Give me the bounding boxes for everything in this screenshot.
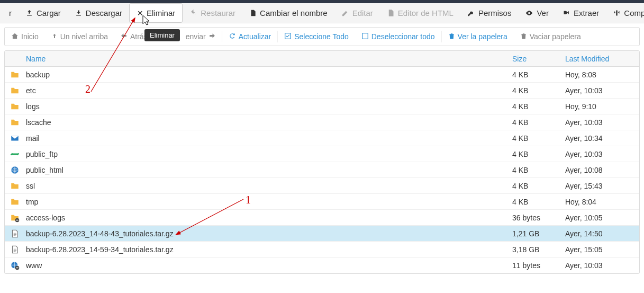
home-button[interactable]: Inicio — [5, 28, 45, 46]
file-table: Name Size Last Modified backup4 KBHoy, 8… — [4, 50, 640, 274]
download-icon — [75, 9, 83, 17]
tooltip: Eliminar — [144, 29, 180, 41]
select-all-button[interactable]: Seleccione Todo — [278, 28, 355, 46]
row-size: 4 KB — [512, 86, 565, 95]
row-size: 4 KB — [512, 134, 565, 143]
table-row[interactable]: public_ftp4 KBAyer, 10:03 — [5, 146, 639, 162]
row-icon-file — [5, 229, 25, 238]
table-row[interactable]: mail4 KBAyer, 10:34 — [5, 130, 639, 146]
row-name: lscache — [25, 118, 512, 127]
row-icon-globe — [5, 165, 25, 175]
row-modified: Ayer, 15:05 — [565, 245, 639, 254]
row-name: backup — [25, 70, 512, 79]
view-label: Ver — [537, 8, 549, 17]
table-row[interactable]: tmp4 KBHoy, 8:04 — [5, 194, 639, 210]
table-row[interactable]: www11 bytesAyer, 10:03 — [5, 258, 639, 273]
permissions-button[interactable]: Permisos — [460, 3, 519, 23]
col-name-header[interactable]: Name — [25, 55, 512, 63]
row-icon-folder — [5, 70, 25, 79]
edit-button: Editar — [334, 3, 380, 23]
table-row[interactable]: ssl4 KBAyer, 15:43 — [5, 178, 639, 194]
table-body: backup4 KBHoy, 8:08etc4 KBAyer, 10:03log… — [5, 67, 639, 273]
up-arrow-icon — [51, 32, 58, 41]
row-modified: Ayer, 10:08 — [565, 166, 639, 174]
eye-icon — [525, 9, 533, 17]
row-name: etc — [25, 86, 512, 95]
table-row[interactable]: backup-6.28.2023_14-48-43_tutoriales.tar… — [5, 226, 639, 242]
trash-icon — [448, 32, 455, 41]
upload-rest-button[interactable]: r — [2, 3, 19, 23]
deselect-all-label: Deseleccionar todo — [371, 32, 435, 41]
row-size: 36 bytes — [512, 214, 565, 222]
row-icon-folder — [5, 181, 25, 191]
row-icon-mail — [5, 134, 25, 143]
row-modified: Ayer, 10:03 — [565, 86, 639, 95]
check-square-icon — [284, 32, 292, 41]
table-row[interactable]: public_html4 KBAyer, 10:08 — [5, 162, 639, 178]
select-all-label: Seleccione Todo — [294, 32, 348, 41]
compress-icon — [613, 9, 621, 17]
table-header: Name Size Last Modified — [5, 51, 639, 67]
rename-button[interactable]: Cambiar el nombre — [242, 3, 334, 23]
row-modified: Ayer, 10:03 — [565, 261, 639, 270]
view-trash-button[interactable]: Ver la papelera — [442, 28, 514, 46]
table-row[interactable]: logs4 KBHoy, 9:10 — [5, 99, 639, 114]
empty-trash-button[interactable]: Vaciar papelera — [514, 28, 587, 46]
row-modified: Hoy, 9:10 — [565, 102, 639, 111]
back-arrow-icon — [121, 32, 128, 41]
row-name: logs — [25, 102, 512, 111]
main-toolbar: r Cargar Descargar Eliminar Restaurar Ca… — [0, 3, 644, 23]
delete-button[interactable]: Eliminar — [129, 3, 183, 23]
file-icon — [249, 9, 257, 17]
row-size: 4 KB — [512, 198, 565, 206]
col-modified-header[interactable]: Last Modified — [565, 55, 639, 63]
row-modified: Ayer, 10:05 — [565, 214, 639, 222]
edit-label: Editar — [352, 8, 373, 17]
row-size: 4 KB — [512, 166, 565, 174]
table-row[interactable]: backup4 KBHoy, 8:08 — [5, 67, 639, 83]
view-trash-label: Ver la papelera — [458, 32, 507, 41]
compress-button[interactable]: Comprimir — [606, 3, 644, 23]
table-row[interactable]: backup-6.28.2023_14-59-34_tutoriales.tar… — [5, 242, 639, 258]
restore-label: Restaurar — [201, 8, 235, 17]
level-up-button[interactable]: Un nivel arriba — [45, 28, 114, 46]
refresh-icon — [229, 32, 236, 41]
table-row[interactable]: lscache4 KBAyer, 10:03 — [5, 114, 639, 130]
col-size-header[interactable]: Size — [512, 55, 565, 63]
row-icon-folder — [5, 197, 25, 207]
secondary-toolbar: Inicio Un nivel arriba Atrás enviar Actu… — [4, 27, 640, 46]
upload-button[interactable]: Cargar — [19, 3, 68, 23]
row-modified: Ayer, 10:03 — [565, 118, 639, 127]
row-size: 4 KB — [512, 102, 565, 111]
download-label: Descargar — [86, 8, 122, 17]
delete-label: Eliminar — [147, 8, 175, 17]
row-icon-folder — [5, 102, 25, 111]
pencil-icon — [341, 9, 349, 17]
deselect-all-button[interactable]: Deseleccionar todo — [355, 28, 441, 46]
row-icon-link — [5, 149, 25, 159]
row-name: www — [25, 261, 512, 270]
restore-button: Restaurar — [183, 3, 242, 23]
extract-icon — [563, 9, 570, 17]
level-up-label: Un nivel arriba — [60, 32, 108, 41]
row-modified: Ayer, 10:34 — [565, 134, 639, 143]
view-button[interactable]: Ver — [518, 3, 556, 23]
compress-label: Comprimir — [624, 8, 644, 17]
refresh-button[interactable]: Actualizar — [222, 28, 277, 46]
row-name: ssl — [25, 182, 512, 190]
row-size: 4 KB — [512, 182, 565, 190]
table-row[interactable]: etc4 KBAyer, 10:03 — [5, 83, 639, 99]
row-name: backup-6.28.2023_14-59-34_tutoriales.tar… — [25, 245, 512, 254]
row-size: 4 KB — [512, 150, 565, 158]
table-row[interactable]: access-logs36 bytesAyer, 10:05 — [5, 210, 639, 226]
edit-file-icon — [387, 9, 395, 17]
extract-button[interactable]: Extraer — [556, 3, 606, 23]
row-name: mail — [25, 134, 512, 143]
download-button[interactable]: Descargar — [68, 3, 129, 23]
upload-icon — [25, 9, 33, 17]
row-name: backup-6.28.2023_14-48-43_tutoriales.tar… — [25, 229, 512, 238]
row-size: 1,21 GB — [512, 229, 565, 238]
refresh-label: Actualizar — [239, 32, 271, 41]
row-modified: Ayer, 10:03 — [565, 150, 639, 158]
extract-label: Extraer — [574, 8, 599, 17]
